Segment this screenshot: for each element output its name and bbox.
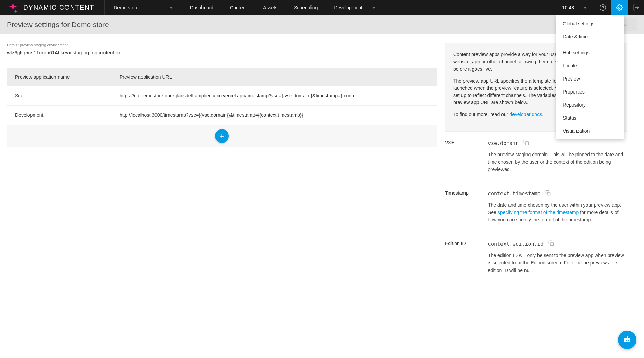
var-code: context.timestamp: [488, 190, 541, 197]
svg-point-13: [628, 340, 629, 341]
dropdown-global-settings[interactable]: Global settings: [556, 17, 624, 30]
svg-rect-9: [624, 338, 630, 342]
logout-button[interactable]: [628, 0, 644, 15]
svg-rect-6: [525, 142, 529, 145]
var-description: The date and time chosen by the user wit…: [488, 201, 627, 224]
main-nav: Dashboard Content Assets Scheduling Deve…: [182, 0, 384, 15]
brand-name: DYNAMIC CONTENT: [23, 4, 94, 11]
settings-button[interactable]: [611, 0, 628, 15]
svg-point-4: [619, 7, 620, 9]
topbar: DYNAMIC CONTENT Demo store Dashboard Con…: [0, 0, 644, 15]
svg-rect-10: [627, 336, 628, 338]
topbar-right: 10:43: [555, 0, 644, 15]
nav-content[interactable]: Content: [222, 0, 255, 15]
chevron-down-icon: [584, 7, 587, 9]
gear-icon: [616, 4, 623, 11]
time-selector[interactable]: 10:43: [555, 5, 595, 10]
row-name: Site: [7, 86, 111, 106]
var-title: Timestamp: [445, 190, 488, 224]
left-column: Default preview staging environment Prev…: [7, 43, 437, 282]
time-value: 10:43: [562, 5, 574, 10]
dropdown-visualization[interactable]: Visualization: [556, 124, 624, 137]
row-name: Development: [7, 106, 111, 125]
svg-marker-1: [14, 9, 18, 13]
chevron-down-icon: [170, 7, 173, 9]
svg-point-12: [626, 340, 627, 341]
copy-button[interactable]: [523, 140, 529, 146]
logo: [6, 1, 20, 14]
nav-assets[interactable]: Assets: [255, 0, 286, 15]
dropdown-divider: [556, 45, 624, 45]
dropdown-properties[interactable]: Properties: [556, 85, 624, 98]
dropdown-preview[interactable]: Preview: [556, 72, 624, 85]
var-title: VSE: [445, 140, 488, 173]
dropdown-hub-settings[interactable]: Hub settings: [556, 46, 624, 59]
chat-button[interactable]: [618, 331, 636, 349]
chevron-down-icon: [372, 7, 375, 9]
copy-button[interactable]: [548, 240, 554, 247]
page-title: Preview settings for Demo store: [7, 21, 109, 29]
table-row[interactable]: Site https://dc-demostore-core-jlansdell…: [7, 86, 437, 106]
staging-env-input[interactable]: [7, 48, 437, 58]
copy-icon: [548, 240, 554, 246]
help-icon: [599, 4, 606, 11]
timestamp-format-link[interactable]: specifying the format of the timestamp: [498, 210, 579, 215]
var-description: The preview staging domain. This will be…: [488, 151, 627, 173]
page-header: Preview settings for Demo store Cancel S…: [0, 15, 644, 34]
logout-icon: [632, 4, 639, 11]
copy-icon: [545, 190, 551, 196]
var-code: context.edition.id: [488, 241, 544, 247]
help-button[interactable]: [595, 0, 611, 15]
nav-development-label: Development: [334, 5, 362, 10]
table-header-name: Preview application name: [7, 68, 111, 86]
staging-env-label: Default preview staging environment: [7, 43, 437, 47]
nav-scheduling[interactable]: Scheduling: [286, 0, 326, 15]
nav-dashboard[interactable]: Dashboard: [182, 0, 222, 15]
hub-selector[interactable]: Demo store: [104, 0, 182, 15]
var-title: Edition ID: [445, 240, 488, 274]
chat-bot-icon: [622, 335, 632, 345]
svg-marker-0: [9, 2, 17, 11]
copy-button[interactable]: [545, 190, 551, 197]
dropdown-repository[interactable]: Repository: [556, 98, 624, 111]
table-header-url: Preview application URL: [111, 68, 437, 86]
developer-docs-link[interactable]: developer docs: [509, 112, 542, 117]
variable-timestamp: Timestamp context.timestamp The date and…: [445, 182, 627, 232]
copy-icon: [523, 140, 529, 145]
dropdown-date-time[interactable]: Date & time: [556, 30, 624, 43]
dropdown-locale[interactable]: Locale: [556, 59, 624, 72]
add-preview-app-button[interactable]: +: [215, 129, 229, 143]
var-code: vse.domain: [488, 140, 519, 146]
nav-development[interactable]: Development: [326, 0, 384, 15]
row-url: https://dc-demostore-core-jlansdell-ampl…: [111, 86, 437, 106]
row-url: http://localhost:3000/timestamp?vse={{vs…: [111, 106, 437, 125]
main-content: Default preview staging environment Prev…: [0, 34, 644, 282]
svg-rect-8: [550, 243, 554, 246]
add-row-bar: +: [7, 125, 437, 147]
hub-name: Demo store: [114, 5, 138, 10]
variable-edition-id: Edition ID context.edition.id The editio…: [445, 232, 627, 282]
var-description: The edition ID will only be sent to the …: [488, 252, 627, 274]
dropdown-status[interactable]: Status: [556, 111, 624, 124]
settings-dropdown: Global settings Date & time Hub settings…: [556, 15, 624, 139]
table-row[interactable]: Development http://localhost:3000/timest…: [7, 106, 437, 125]
preview-apps-table: Preview application name Preview applica…: [7, 68, 437, 125]
svg-rect-7: [547, 192, 550, 195]
